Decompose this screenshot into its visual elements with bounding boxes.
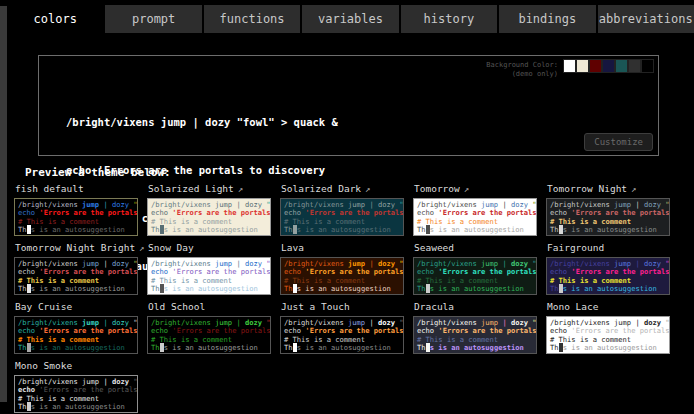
theme-card-solarized-dark[interactable]: Solarized Dark↗/bright/vixens jump | doz…: [280, 183, 404, 236]
theme-terminal-preview: /bright/vixens jump | dozy "fowl" > quac…: [147, 198, 271, 236]
bg-swatch-teal[interactable]: [615, 59, 628, 73]
demo-only-label: (demo only): [486, 70, 558, 79]
external-link-icon: ↗: [365, 184, 370, 194]
theme-terminal-preview: /bright/vixens jump | dozy "fowl" > quac…: [147, 316, 271, 354]
background-color-label: Background Color:: [486, 61, 558, 70]
bg-swatch-navy[interactable]: [602, 59, 615, 73]
theme-card-tomorrow-night[interactable]: Tomorrow Night↗/bright/vixens jump | doz…: [546, 183, 670, 236]
typed-text: Th: [18, 284, 27, 293]
theme-title: Dracula: [414, 301, 537, 313]
typed-text: Th: [550, 284, 559, 293]
theme-card-bay-cruise[interactable]: Bay Cruise/bright/vixens jump | dozy "fo…: [14, 301, 138, 354]
theme-title: Old School: [148, 301, 271, 313]
theme-card-tomorrow-night-bright[interactable]: Tomorrow Night Bright↗/bright/vixens jum…: [14, 242, 138, 295]
autosuggestion-token: s is an autosuggestion: [563, 284, 657, 293]
tab-bindings[interactable]: bindings: [499, 5, 595, 33]
external-link-icon: ↗: [238, 184, 243, 194]
theme-card-seaweed[interactable]: Seaweed/bright/vixens jump | dozy "fowl"…: [413, 242, 537, 295]
theme-card-dracula[interactable]: Dracula/bright/vixens jump | dozy "fowl"…: [413, 301, 537, 354]
autosuggestion-token: s is an autosuggestion: [164, 343, 258, 352]
terminal-line-1: /bright/vixens jump | dozy "fowl" > quac…: [66, 114, 338, 130]
tab-bar: colorspromptfunctionsvariableshistorybin…: [7, 5, 694, 33]
typed-text: Th: [151, 225, 160, 234]
theme-card-tomorrow[interactable]: Tomorrow↗/bright/vixens jump | dozy "fow…: [413, 183, 537, 236]
autosuggestion-token: s is an autosuggestion: [563, 225, 657, 234]
theme-card-mono-smoke[interactable]: Mono Smoke/bright/vixens jump | dozy "fo…: [14, 360, 138, 413]
theme-title: Fairground: [547, 242, 670, 254]
theme-terminal-preview: /bright/vixens jump | dozy "fowl" > quac…: [14, 198, 138, 236]
typed-text: Th: [550, 225, 559, 234]
theme-terminal-preview: /bright/vixens jump | dozy "fowl" > quac…: [413, 257, 537, 295]
theme-terminal-preview: /bright/vixens jump | dozy "fowl" > quac…: [413, 198, 537, 236]
theme-card-just-a-touch[interactable]: Just a Touch/bright/vixens jump | dozy "…: [280, 301, 404, 354]
tab-prompt[interactable]: prompt: [105, 5, 201, 33]
autosuggestion-token: s is an autosuggestion: [430, 343, 524, 352]
tab-history[interactable]: history: [401, 5, 497, 33]
theme-terminal-preview: /bright/vixens jump | dozy "fowl" > quac…: [280, 198, 404, 236]
bg-swatch-cream[interactable]: [576, 59, 589, 73]
background-color-control: Background Color: (demo only): [486, 59, 654, 79]
theme-terminal-preview: /bright/vixens jump | dozy "fowl" > quac…: [546, 257, 670, 295]
background-color-labels: Background Color: (demo only): [486, 59, 558, 79]
theme-title: Solarized Light↗: [148, 183, 271, 195]
theme-card-old-school[interactable]: Old School/bright/vixens jump | dozy "fo…: [147, 301, 271, 354]
autosuggestion-token: s is an autosuggestion: [430, 225, 524, 234]
tab-variables[interactable]: variables: [302, 5, 398, 33]
autosuggestion-token: s is an autosuggestion: [31, 402, 125, 411]
theme-card-fish-default[interactable]: fish default/bright/vixens jump | dozy "…: [14, 183, 138, 236]
external-link-icon: ↗: [631, 184, 636, 194]
tab-functions[interactable]: functions: [204, 5, 300, 33]
autosuggestion-token: s is an autosuggestion: [297, 284, 391, 293]
theme-card-solarized-light[interactable]: Solarized Light↗/bright/vixens jump | do…: [147, 183, 271, 236]
bg-swatch-dark-red[interactable]: [589, 59, 602, 73]
typed-text: Th: [18, 225, 27, 234]
autosuggestion-token: s is an autosuggestion: [31, 284, 125, 293]
theme-card-snow-day[interactable]: Snow Day/bright/vixens jump | dozy "fowl…: [147, 242, 271, 295]
theme-title: Mono Smoke: [15, 360, 138, 372]
bg-swatch-white[interactable]: [563, 59, 576, 73]
theme-card-mono-lace[interactable]: Mono Lace/bright/vixens jump | dozy "fow…: [546, 301, 670, 354]
customize-button[interactable]: Customize: [584, 133, 653, 151]
swatch-row: [563, 59, 654, 73]
theme-title: Tomorrow↗: [414, 183, 537, 195]
tab-colors[interactable]: colors: [7, 5, 103, 33]
autosuggestion-token: s is an autosuggestion: [31, 225, 125, 234]
theme-title: Tomorrow Night Bright↗: [15, 242, 138, 254]
typed-text: Th: [284, 343, 293, 352]
autosuggestion-token: s is an autosuggestion: [164, 225, 258, 234]
typed-text: Th: [18, 402, 27, 411]
theme-title: fish default: [15, 183, 138, 195]
theme-preview-panel: Background Color: (demo only) /bright/vi…: [38, 55, 659, 156]
external-link-icon: ↗: [464, 184, 469, 194]
theme-title: Mono Lace: [547, 301, 670, 313]
theme-terminal-preview: /bright/vixens jump | dozy "fowl" > quac…: [280, 316, 404, 354]
page-left-margin: [0, 6, 7, 402]
theme-title: Solarized Dark↗: [281, 183, 404, 195]
tab-abbreviations[interactable]: abbreviations: [598, 5, 694, 33]
bg-swatch-gray[interactable]: [628, 59, 641, 73]
typed-text: Th: [151, 284, 160, 293]
external-link-icon: ↗: [139, 243, 144, 253]
theme-terminal-preview: /bright/vixens jump | dozy "fowl" > quac…: [546, 316, 670, 354]
theme-terminal-preview: /bright/vixens jump | dozy "fowl" > quac…: [413, 316, 537, 354]
theme-title: Snow Day: [148, 242, 271, 254]
theme-card-fairground[interactable]: Fairground/bright/vixens jump | dozy "fo…: [546, 242, 670, 295]
autosuggestion-token: s is an autosuggestion: [164, 284, 258, 293]
typed-text: Th: [417, 343, 426, 352]
theme-title: Lava: [281, 242, 404, 254]
typed-text: Th: [417, 284, 426, 293]
theme-terminal-preview: /bright/vixens jump | dozy "fowl" > quac…: [14, 316, 138, 354]
theme-card-lava[interactable]: Lava/bright/vixens jump | dozy "fowl" > …: [280, 242, 404, 295]
autosuggestion-token: s is an autosuggestion: [31, 343, 125, 352]
typed-text: Th: [284, 284, 293, 293]
theme-terminal-preview: /bright/vixens jump | dozy "fowl" > quac…: [280, 257, 404, 295]
typed-text: Th: [151, 343, 160, 352]
section-title: Preview a theme below:: [25, 166, 171, 179]
autosuggestion-token: s is an autosuggestion: [297, 225, 391, 234]
theme-terminal-preview: /bright/vixens jump | dozy "fowl" > quac…: [147, 257, 271, 295]
theme-title: Seaweed: [414, 242, 537, 254]
typed-text: Th: [284, 225, 293, 234]
theme-grid: fish default/bright/vixens jump | dozy "…: [14, 183, 692, 414]
bg-swatch-black[interactable]: [641, 59, 654, 73]
theme-title: Bay Cruise: [15, 301, 138, 313]
